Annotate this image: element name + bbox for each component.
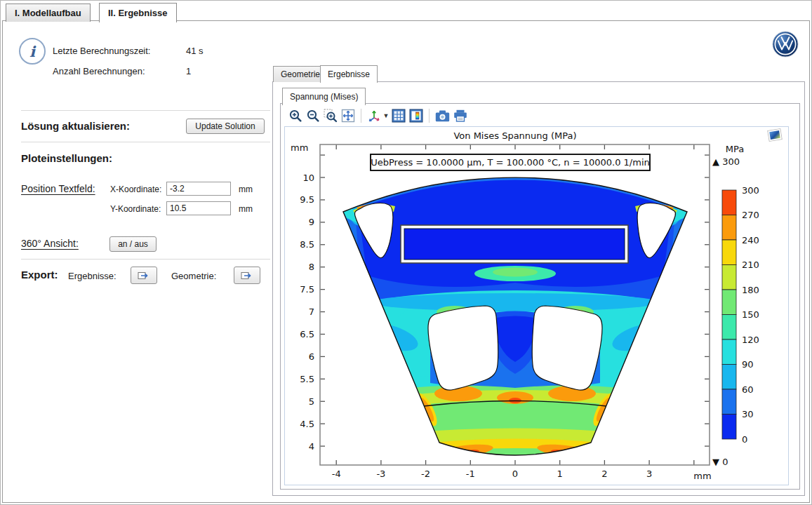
x-coordinate-input[interactable] <box>166 182 231 196</box>
magnet-rect <box>404 229 625 260</box>
svg-text:300: 300 <box>742 185 759 196</box>
svg-text:4: 4 <box>309 441 314 452</box>
svg-text:210: 210 <box>742 260 759 270</box>
subtab-spannung-mises-label: Spannung (Mises) <box>290 92 358 102</box>
svg-text:4.5: 4.5 <box>300 419 314 429</box>
grid-toggle-button[interactable] <box>390 107 407 124</box>
svg-text:7: 7 <box>309 307 314 317</box>
svg-text:▲ 300: ▲ 300 <box>712 156 740 167</box>
plot-settings-heading: Ploteinstellungen: <box>21 152 112 164</box>
svg-text:8.5: 8.5 <box>300 239 314 250</box>
svg-text:270: 270 <box>742 210 759 220</box>
update-solution-label: Lösung aktualisieren: <box>21 120 130 132</box>
graphics-tab-geometrie-label: Geometrie <box>281 69 320 79</box>
export-geometry-label: Geometrie: <box>171 271 216 281</box>
main-tab-modellaufbau-label: I. Modellaufbau <box>15 8 81 18</box>
svg-text:▼ 0: ▼ 0 <box>712 457 728 467</box>
svg-text:5: 5 <box>309 396 314 407</box>
last-calc-time-value: 41 s <box>186 46 204 56</box>
graphics-tab-ergebnisse[interactable]: Ergebnisse <box>320 65 378 83</box>
printer-icon <box>453 109 467 122</box>
colorbar: 3002702402101801501209060300MPa▲ 300▼ 0 <box>712 144 759 467</box>
plot-toolbar: ▼ <box>286 106 469 126</box>
svg-text:7.5: 7.5 <box>300 284 314 295</box>
svg-text:1: 1 <box>557 469 563 479</box>
svg-text:90: 90 <box>742 359 754 370</box>
svg-text:0: 0 <box>742 434 747 445</box>
x-coordinate-label: X-Koordinate: <box>110 184 161 194</box>
last-calc-time-label: Letzte Berechnungszeit: <box>53 46 150 56</box>
stress-contours <box>317 141 724 485</box>
section-divider <box>21 142 270 142</box>
view-360-toggle-button[interactable]: an / aus <box>109 236 157 252</box>
y-coordinate-label: Y-Koordinate: <box>110 204 161 214</box>
zoom-out-button[interactable] <box>304 107 321 124</box>
vw-logo <box>772 31 799 58</box>
zoom-extents-button[interactable] <box>339 107 357 124</box>
svg-text:-3: -3 <box>376 469 385 479</box>
view-orientation-button[interactable]: ▼ <box>366 107 390 124</box>
position-textfeld-label: Position Textfeld: <box>21 183 95 194</box>
plot-title: Von Mises Spannung (MPa) <box>453 130 576 141</box>
view-360-label: 360° Ansicht: <box>21 238 79 249</box>
calc-count-label: Anzahl Berechnungen: <box>53 66 145 76</box>
dropdown-arrow-icon: ▼ <box>383 112 390 119</box>
legend-toggle-button[interactable] <box>407 107 425 124</box>
svg-text:5.5: 5.5 <box>300 374 314 384</box>
snapshot-button[interactable] <box>434 107 451 124</box>
zoom-in-button[interactable] <box>286 107 304 124</box>
svg-text:MPa: MPa <box>726 144 744 154</box>
y-coordinate-input[interactable] <box>166 201 231 215</box>
export-icon <box>138 271 150 281</box>
svg-text:2: 2 <box>601 469 607 479</box>
zoom-box-button[interactable] <box>321 107 339 124</box>
section-divider <box>21 259 270 260</box>
svg-text:0: 0 <box>512 469 518 479</box>
svg-text:9: 9 <box>309 217 314 227</box>
y-coordinate-unit: mm <box>239 204 253 214</box>
svg-text:60: 60 <box>742 384 754 395</box>
svg-text:-1: -1 <box>466 469 475 479</box>
svg-text:120: 120 <box>742 335 759 345</box>
x-coordinate-unit: mm <box>239 184 253 194</box>
export-results-label: Ergebnisse: <box>68 271 117 281</box>
graphics-tab-ergebnisse-label: Ergebnisse <box>328 69 370 79</box>
svg-text:240: 240 <box>742 235 759 245</box>
svg-text:6.5: 6.5 <box>300 329 314 339</box>
main-tab-ergebnisse-label: II. Ergebnisse <box>108 8 168 18</box>
section-divider <box>21 110 270 111</box>
svg-text:10: 10 <box>302 173 314 183</box>
grid-icon <box>392 109 406 123</box>
export-icon <box>241 271 253 281</box>
toolbar-separator <box>429 109 430 123</box>
x-axis-unit: mm <box>693 471 711 481</box>
graphics-area[interactable]: Von Mises Spannung (MPa) mm mm <box>284 126 789 485</box>
toolbar-separator <box>361 109 361 123</box>
svg-text:3: 3 <box>646 469 652 479</box>
main-tab-modellaufbau[interactable]: I. Modellaufbau <box>6 4 91 22</box>
zoom-box-icon <box>324 109 338 123</box>
annotation-text: UebPress = 10.0000 µm, T = 100.000 °C, n… <box>371 157 650 168</box>
subtab-spannung-mises[interactable]: Spannung (Mises) <box>282 88 366 105</box>
zoom-in-icon <box>288 109 302 123</box>
svg-text:9.5: 9.5 <box>300 194 314 205</box>
zoom-out-icon <box>306 109 320 123</box>
export-results-button[interactable] <box>131 267 157 284</box>
main-tab-ergebnisse[interactable]: II. Ergebnisse <box>99 3 177 22</box>
export-geometry-button[interactable] <box>234 267 260 284</box>
legend-icon <box>409 109 423 123</box>
y-axis-unit: mm <box>291 142 308 153</box>
update-solution-button[interactable]: Update Solution <box>186 119 265 134</box>
camera-icon <box>435 110 450 122</box>
svg-text:150: 150 <box>742 309 759 320</box>
info-icon: i <box>19 38 46 65</box>
plot-indicator-icon[interactable] <box>767 128 783 142</box>
calc-count-value: 1 <box>186 66 191 76</box>
svg-text:8: 8 <box>309 262 314 272</box>
svg-text:-2: -2 <box>421 469 430 479</box>
print-button[interactable] <box>451 107 469 124</box>
stress-plot[interactable]: Von Mises Spannung (MPa) mm mm <box>285 127 788 485</box>
svg-text:180: 180 <box>742 285 759 295</box>
axes-orientation-icon <box>366 109 382 123</box>
svg-text:30: 30 <box>742 409 754 419</box>
